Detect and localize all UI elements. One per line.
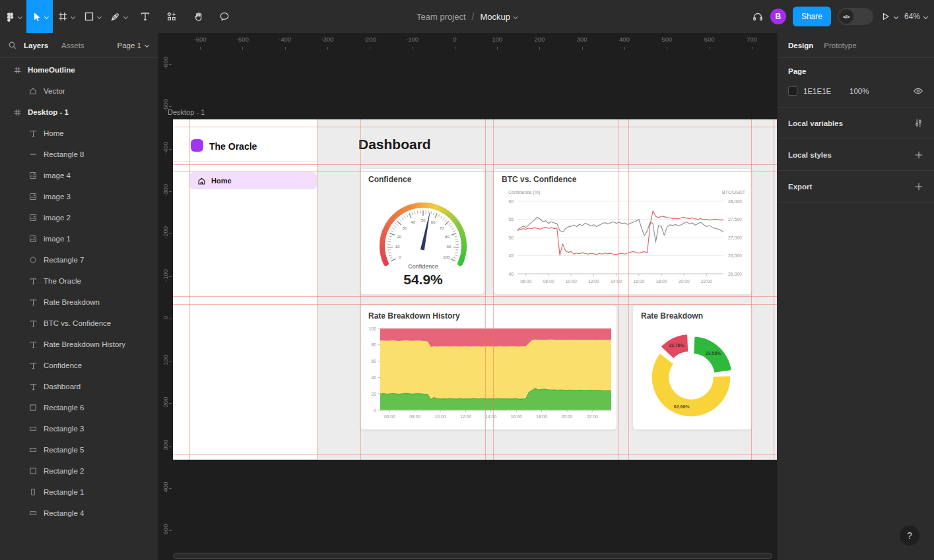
layer-row[interactable]: Dashboard xyxy=(0,376,158,397)
layer-row[interactable]: Confidence xyxy=(0,355,158,376)
horizontal-scrollbar[interactable] xyxy=(173,553,772,559)
page-color-opacity[interactable]: 100% xyxy=(850,87,913,95)
btc-confidence-line-chart: 404550556026,00026,50027,00027,50028,000… xyxy=(494,184,752,294)
components-icon xyxy=(166,11,177,22)
plus-icon[interactable] xyxy=(914,182,923,191)
layer-row[interactable]: image 1 xyxy=(0,228,158,249)
share-button[interactable]: Share xyxy=(793,7,831,26)
plus-icon[interactable] xyxy=(914,150,923,160)
search-icon[interactable] xyxy=(8,41,17,50)
page-color-swatch[interactable] xyxy=(788,86,797,96)
square-layer-icon xyxy=(28,466,38,476)
guide-vertical[interactable] xyxy=(751,119,752,460)
zoom-menu[interactable]: 64% xyxy=(904,12,927,21)
breadcrumb-project[interactable]: Team project xyxy=(417,12,465,22)
tab-prototype[interactable]: Prototype xyxy=(824,42,856,49)
chevron-down-icon xyxy=(923,14,928,18)
layer-row[interactable]: Rectangle 5 xyxy=(0,439,158,460)
export-section[interactable]: Export xyxy=(778,171,934,202)
layer-row[interactable]: Desktop - 1 xyxy=(0,102,158,123)
layer-row[interactable]: Rectangle 4 xyxy=(0,503,158,524)
svg-text:20:00: 20:00 xyxy=(561,414,572,419)
layer-row[interactable]: image 4 xyxy=(0,165,158,186)
present-button[interactable] xyxy=(880,11,898,22)
guide-vertical[interactable] xyxy=(618,119,619,460)
frame-tool-button[interactable] xyxy=(53,0,79,33)
tab-layers[interactable]: Layers xyxy=(24,42,48,49)
layer-row[interactable]: image 2 xyxy=(0,207,158,228)
chevron-down-icon[interactable] xyxy=(514,14,518,18)
page-color-hex[interactable]: 1E1E1E xyxy=(803,87,840,95)
comment-tool-button[interactable] xyxy=(211,0,238,33)
guide-horizontal[interactable] xyxy=(173,164,777,165)
local-variables-section[interactable]: Local variables xyxy=(778,108,934,139)
sliders-icon[interactable] xyxy=(914,118,923,128)
layer-name: Rectangle 7 xyxy=(44,256,84,264)
shape-tool-button[interactable] xyxy=(79,0,106,33)
mockup-logo-text: The Oracle xyxy=(209,141,257,152)
guide-horizontal[interactable] xyxy=(173,304,777,305)
breadcrumb-file[interactable]: Mockup xyxy=(480,12,510,22)
text-tool-button[interactable] xyxy=(132,0,158,33)
confidence-gauge-card[interactable]: Confidence 0102030405060708090100Confide… xyxy=(360,168,485,295)
rate-breakdown-history-card[interactable]: Rate Breakdown History 02040608010006:00… xyxy=(360,305,617,430)
layer-row[interactable]: Rate Breakdown History xyxy=(0,334,158,355)
tab-design[interactable]: Design xyxy=(788,42,813,49)
eye-icon[interactable] xyxy=(913,86,923,96)
guide-vertical[interactable] xyxy=(317,119,317,460)
guide-horizontal[interactable] xyxy=(173,171,777,172)
layer-row[interactable]: Rate Breakdown xyxy=(0,292,158,313)
guide-vertical[interactable] xyxy=(360,119,361,460)
svg-text:100: 100 xyxy=(369,327,377,331)
layer-row[interactable]: Rectangle 2 xyxy=(0,460,158,482)
pen-tool-button[interactable] xyxy=(106,0,132,33)
layer-row[interactable]: Home xyxy=(0,123,158,144)
guide-horizontal[interactable] xyxy=(173,127,777,127)
layer-row[interactable]: BTC vs. Confidence xyxy=(0,313,158,334)
dev-mode-toggle[interactable]: </> xyxy=(838,8,873,25)
guide-vertical[interactable] xyxy=(774,119,774,460)
huddle-headphones-icon[interactable] xyxy=(752,11,764,22)
layer-row[interactable]: Rectangle 1 xyxy=(0,482,158,503)
chevron-down-icon xyxy=(145,42,149,47)
avatar[interactable]: B xyxy=(770,9,786,24)
guide-horizontal[interactable] xyxy=(173,296,777,297)
layer-row[interactable]: Vector xyxy=(0,80,158,102)
mockup-nav-home[interactable]: Home xyxy=(189,172,317,189)
frame-label[interactable]: Desktop - 1 xyxy=(168,108,205,116)
mockup-logo[interactable] xyxy=(191,139,203,152)
canvas[interactable]: -600-500-400-300-200-1000100200300400500… xyxy=(158,33,777,560)
rate-breakdown-card[interactable]: Rate Breakdown 23.58%62.66%13.76% xyxy=(632,305,752,430)
line-layer-icon xyxy=(28,149,38,160)
guide-vertical[interactable] xyxy=(189,119,190,460)
help-button[interactable]: ? xyxy=(900,526,919,545)
btc-confidence-card[interactable]: BTC vs. Confidence 404550556026,00026,50… xyxy=(493,168,752,295)
ruler-tick xyxy=(497,47,498,49)
layer-row[interactable]: image 3 xyxy=(0,186,158,207)
tab-assets[interactable]: Assets xyxy=(61,42,84,49)
actions-tool-button[interactable] xyxy=(158,0,185,33)
desktop-frame[interactable]: The Oracle Home Dashboard Confidence 010… xyxy=(173,119,777,460)
page-selector[interactable]: Page 1 xyxy=(117,42,149,49)
guide-vertical[interactable] xyxy=(485,119,486,460)
layer-row[interactable]: Rectangle 6 xyxy=(0,397,158,418)
layer-row[interactable]: Rectangle 7 xyxy=(0,249,158,270)
local-styles-section[interactable]: Local styles xyxy=(778,139,934,171)
top-toolbar: Team project / Mockup B Share </> 64% xyxy=(0,0,934,33)
guide-vertical[interactable] xyxy=(628,119,629,460)
guide-horizontal[interactable] xyxy=(173,454,777,455)
svg-text:60: 60 xyxy=(371,359,376,363)
hand-tool-button[interactable] xyxy=(185,0,211,33)
breadcrumb-separator: / xyxy=(472,11,475,22)
move-tool-button[interactable] xyxy=(26,0,53,33)
text-layer-icon xyxy=(28,318,38,328)
ruler-label: -600 xyxy=(162,52,169,75)
main-menu-button[interactable] xyxy=(0,0,26,33)
layer-row[interactable]: Rectangle 8 xyxy=(0,144,158,165)
layer-row[interactable]: The Oracle xyxy=(0,270,158,292)
guide-vertical[interactable] xyxy=(493,119,494,460)
svg-text:16:00: 16:00 xyxy=(511,414,522,419)
layer-row[interactable]: HomeOutline xyxy=(0,59,158,80)
ruler-label: 700 xyxy=(747,36,757,43)
layer-row[interactable]: Rectangle 3 xyxy=(0,418,158,439)
